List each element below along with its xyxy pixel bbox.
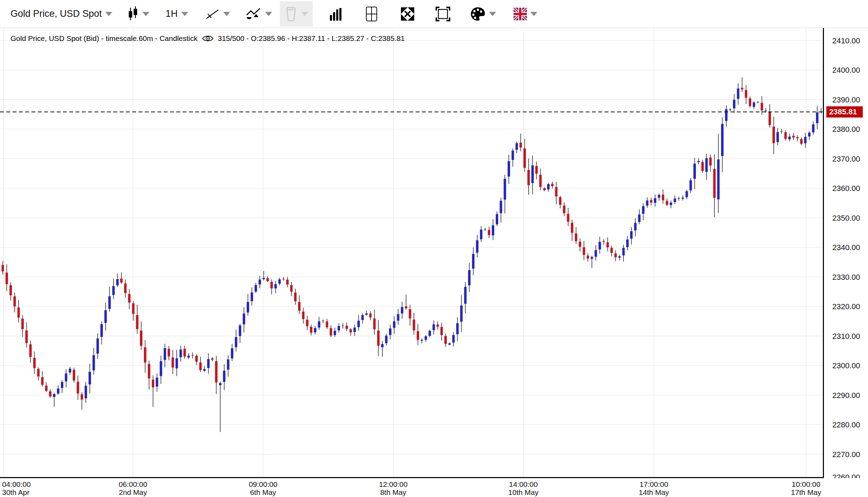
- price-axis[interactable]: 2410.002400.002390.002380.002370.002360.…: [824, 28, 868, 478]
- candle-body: [120, 278, 123, 283]
- candle-body: [179, 349, 182, 357]
- toolbar: Gold Price, USD Spot 1H: [0, 0, 868, 28]
- candle-body: [784, 132, 787, 139]
- candle-body: [148, 364, 150, 378]
- indicators-button[interactable]: [246, 7, 272, 21]
- candle-body: [792, 136, 795, 137]
- price-tick-label: 2310.00: [832, 332, 860, 341]
- candle-body: [634, 223, 637, 230]
- time-tick-label: 06:00:002nd May: [119, 480, 147, 496]
- candle-body: [464, 287, 467, 304]
- candle-body: [9, 285, 12, 295]
- candle-body: [211, 358, 213, 360]
- candle-body: [85, 386, 87, 398]
- chart-canvas[interactable]: [0, 28, 824, 478]
- candle-body: [239, 326, 241, 336]
- candle-body: [567, 214, 569, 222]
- price-tick-label: 2330.00: [832, 273, 860, 282]
- candle-body: [666, 201, 668, 205]
- candle-body: [741, 88, 743, 90]
- candle-body: [678, 198, 680, 199]
- volume-toggle-button[interactable]: [330, 7, 342, 21]
- candle-body: [511, 151, 514, 160]
- candle-body: [219, 383, 221, 385]
- timeframe-caret: [181, 12, 188, 16]
- fullscreen-button[interactable]: [400, 7, 415, 21]
- candle-body: [369, 313, 372, 317]
- candle-body: [476, 240, 479, 253]
- language-selector[interactable]: [514, 8, 537, 20]
- candle-body: [250, 292, 253, 301]
- theme-selector[interactable]: [470, 7, 496, 21]
- price-tick-label: 2320.00: [832, 302, 860, 311]
- candle-body: [425, 336, 427, 340]
- price-tick-label: 2290.00: [832, 391, 860, 400]
- price-tick-label: 2360.00: [832, 184, 860, 193]
- price-tick-label: 2380.00: [832, 125, 860, 134]
- candle-body: [69, 369, 71, 372]
- candle-body: [579, 242, 581, 247]
- candle-body: [290, 285, 292, 292]
- candle-body: [160, 361, 162, 376]
- candle-body: [812, 124, 814, 132]
- language-flag-uk-icon: [514, 8, 527, 20]
- eye-icon[interactable]: [202, 34, 214, 43]
- candle-body: [480, 229, 482, 239]
- candlestick-chart[interactable]: [0, 28, 824, 478]
- candle-body: [100, 324, 103, 337]
- candle-body: [318, 321, 320, 328]
- candle-body: [338, 326, 340, 330]
- time-axis[interactable]: 04:00:0030th Apr06:00:002nd May09:00:006…: [0, 478, 868, 497]
- price-tick-label: 2390.00: [832, 95, 860, 105]
- candle-body: [749, 99, 751, 106]
- time-tick-label: 14:00:0010th May: [508, 480, 538, 496]
- trendline-tool-icon: [205, 7, 220, 21]
- candle-body: [650, 200, 652, 203]
- delete-drawing-icon: [284, 6, 298, 22]
- candle-body: [693, 164, 696, 179]
- candle-body: [341, 326, 344, 326]
- expand-icon: [400, 7, 415, 21]
- candle-body: [591, 257, 593, 259]
- candle-body: [262, 278, 265, 279]
- trendline-tool-button[interactable]: [205, 7, 230, 21]
- candle-body: [29, 344, 32, 357]
- crosshair-button[interactable]: [365, 6, 379, 22]
- candle-body: [421, 340, 423, 341]
- candle-body: [231, 348, 233, 358]
- candle-body: [674, 199, 676, 202]
- fit-frame-icon: [435, 6, 451, 22]
- candle-body: [33, 358, 36, 368]
- candle-body: [53, 394, 55, 397]
- delete-drawing-button[interactable]: [280, 1, 313, 27]
- palette-icon: [470, 7, 486, 21]
- candle-body: [737, 88, 739, 99]
- candle-body: [658, 195, 660, 198]
- fit-frame-button[interactable]: [435, 6, 451, 22]
- candle-body: [381, 344, 383, 347]
- candle-body: [599, 242, 601, 249]
- candle-body: [468, 270, 471, 285]
- timeframe-selector[interactable]: 1H: [165, 8, 188, 19]
- candle-body: [440, 327, 443, 335]
- candle-body: [523, 148, 526, 168]
- candle-body: [444, 336, 447, 344]
- candle-body: [508, 161, 510, 177]
- candle-body: [618, 256, 621, 258]
- candle-body: [776, 132, 779, 142]
- chart-type-selector[interactable]: [127, 6, 149, 22]
- candle-body: [385, 336, 388, 343]
- candle-body: [57, 389, 59, 393]
- candle-body: [452, 335, 455, 343]
- candle-body: [484, 229, 486, 230]
- candle-body: [223, 371, 225, 382]
- candle-body: [405, 306, 407, 308]
- candle-body: [377, 331, 380, 346]
- candle-body: [772, 127, 775, 143]
- candle-body: [282, 279, 285, 279]
- candle-body: [602, 241, 605, 242]
- symbol-selector[interactable]: Gold Price, USD Spot: [0, 8, 112, 19]
- candle-body: [286, 279, 289, 284]
- candle-body: [559, 197, 562, 205]
- candle-body: [302, 312, 304, 319]
